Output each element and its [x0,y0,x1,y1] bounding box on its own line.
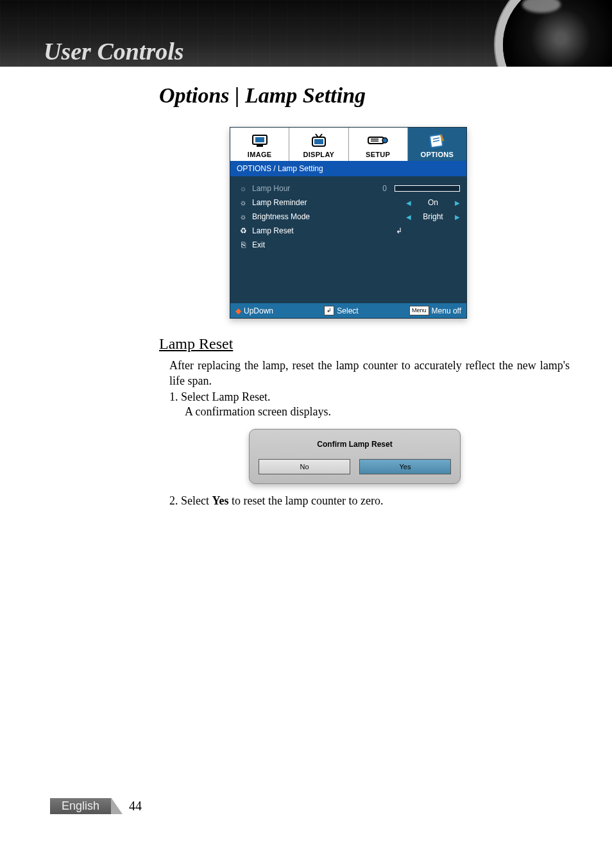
yes-button[interactable]: Yes [359,459,451,474]
bulb-icon: ☼ [237,184,250,193]
step-1-sub: A confirmation screen displays. [185,405,570,419]
tab-options[interactable]: OPTIONS [408,128,466,161]
enter-key-icon: ↲ [324,306,334,315]
osd-footer: ◆ UpDown ↲ Select Menu Menu off [230,303,466,318]
page-title: Options | Lamp Setting [159,83,570,108]
item-label: Lamp Hour [252,184,336,193]
item-label: Lamp Reminder [252,198,336,207]
header-title: User Controls [44,37,184,65]
tab-display[interactable]: DISPLAY [289,128,348,161]
footer-updown: UpDown [244,306,273,315]
content-area: Options | Lamp Setting IMAGE DISPLAY SET… [159,83,570,509]
osd-menu: IMAGE DISPLAY SETUP OPTIONS OP [230,127,467,319]
footer-menuoff: Menu off [432,306,461,315]
tab-label: OPTIONS [408,149,466,161]
step-2-post: to reset the lamp counter to zero. [228,494,383,507]
no-button[interactable]: No [259,459,350,474]
tv-icon [289,131,348,149]
arrow-right-icon[interactable]: ▶ [455,213,460,221]
page-number: 44 [129,799,142,814]
reset-icon: ♻ [237,226,250,235]
page-header: User Controls [0,0,612,67]
arrow-left-icon[interactable]: ◀ [406,213,411,221]
step-1: 1. Select Lamp Reset. [169,390,570,404]
lamp-hour-value: 0 [382,184,387,193]
svg-rect-2 [257,145,263,147]
step-2-bold: Yes [212,494,228,507]
item-lamp-hour: ☼ Lamp Hour 0 [237,181,460,196]
svg-rect-4 [314,139,323,144]
item-label: Lamp Reset [252,226,336,235]
lamp-reminder-value: On [415,198,451,207]
brightness-mode-value: Bright [415,212,451,221]
bulb-icon: ☼ [237,212,250,221]
osd-breadcrumb: OPTIONS / Lamp Setting [230,161,466,176]
tab-label: DISPLAY [289,149,348,161]
tab-label: SETUP [349,149,407,161]
notepad-icon [408,131,466,149]
page-footer: English 44 [50,797,142,814]
item-lamp-reset[interactable]: ♻ Lamp Reset ↲ [237,224,460,238]
step-2: 2. Select Yes to reset the lamp counter … [169,494,570,508]
tab-image[interactable]: IMAGE [230,128,289,161]
updown-icon: ◆ [235,306,241,315]
tab-label: IMAGE [230,149,289,161]
footer-wedge [111,797,123,814]
confirm-dialog: Confirm Lamp Reset No Yes [249,429,461,484]
osd-tabs: IMAGE DISPLAY SETUP OPTIONS [230,128,466,161]
item-exit[interactable]: ⎘ Exit [237,238,460,252]
slider-track [395,185,460,192]
menu-key-icon: Menu [409,306,429,315]
svg-rect-7 [368,137,384,144]
bulb-icon: ☼ [237,198,250,207]
exit-icon: ⎘ [237,240,250,249]
enter-icon: ↲ [396,226,402,235]
footer-language: English [50,798,111,814]
section-title: Lamp Reset [159,335,570,353]
item-label: Brightness Mode [252,212,336,221]
svg-rect-1 [255,137,264,142]
item-brightness-mode[interactable]: ☼ Brightness Mode ◀ Bright ▶ [237,210,460,224]
arrow-left-icon[interactable]: ◀ [406,199,411,206]
footer-select: Select [337,306,358,315]
intro-paragraph: After replacing the lamp, reset the lamp… [169,358,570,389]
projector-icon [349,131,407,149]
item-lamp-reminder[interactable]: ☼ Lamp Reminder ◀ On ▶ [237,196,460,210]
lens-graphic [503,0,612,67]
arrow-right-icon[interactable]: ▶ [455,199,460,206]
monitor-icon [230,131,289,149]
step-2-pre: 2. Select [169,494,212,507]
svg-point-10 [382,138,387,143]
dialog-title: Confirm Lamp Reset [259,440,451,449]
item-label: Exit [252,240,336,249]
osd-items: ☼ Lamp Hour 0 ☼ Lamp Reminder ◀ On ▶ ☼ B… [230,176,466,303]
tab-setup[interactable]: SETUP [349,128,408,161]
